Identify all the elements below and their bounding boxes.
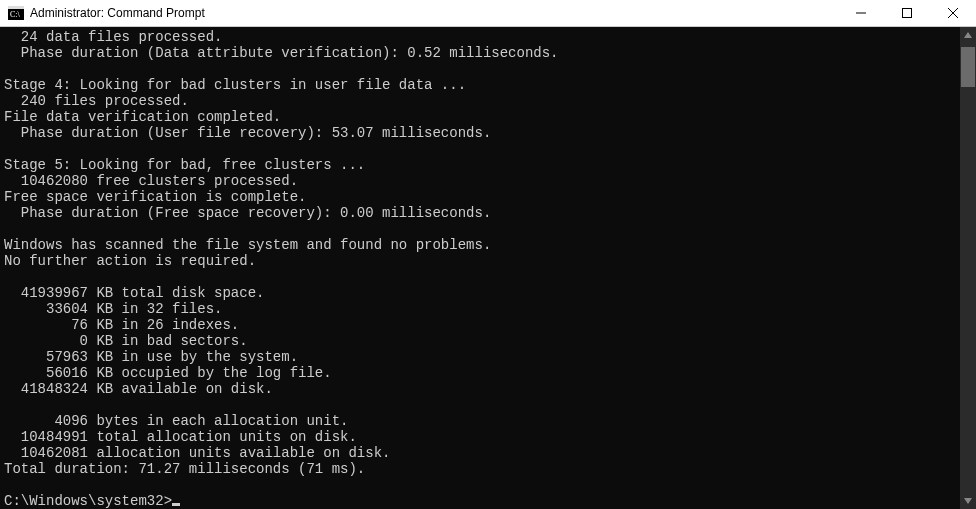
maximize-button[interactable] bbox=[884, 0, 930, 26]
output-line: Phase duration (User file recovery): 53.… bbox=[4, 125, 491, 141]
svg-text:C:\: C:\ bbox=[10, 10, 21, 19]
cmd-icon: C:\ bbox=[8, 5, 24, 21]
output-line: 41939967 KB total disk space. bbox=[4, 285, 264, 301]
window-controls bbox=[838, 0, 976, 26]
svg-marker-7 bbox=[964, 32, 972, 38]
terminal-output[interactable]: 24 data files processed. Phase duration … bbox=[0, 27, 960, 509]
svg-rect-1 bbox=[8, 6, 24, 9]
output-line: 10462080 free clusters processed. bbox=[4, 173, 298, 189]
output-line: Total duration: 71.27 milliseconds (71 m… bbox=[4, 461, 365, 477]
svg-rect-4 bbox=[903, 9, 912, 18]
output-line: 33604 KB in 32 files. bbox=[4, 301, 222, 317]
output-line: 24 data files processed. bbox=[4, 29, 222, 45]
scroll-down-arrow[interactable] bbox=[960, 493, 976, 509]
output-line: 41848324 KB available on disk. bbox=[4, 381, 273, 397]
scroll-up-arrow[interactable] bbox=[960, 27, 976, 43]
output-line: 240 files processed. bbox=[4, 93, 189, 109]
terminal-area: 24 data files processed. Phase duration … bbox=[0, 27, 976, 509]
output-line: Free space verification is complete. bbox=[4, 189, 306, 205]
output-line: 57963 KB in use by the system. bbox=[4, 349, 298, 365]
output-line: Stage 4: Looking for bad clusters in use… bbox=[4, 77, 466, 93]
output-line: 56016 KB occupied by the log file. bbox=[4, 365, 332, 381]
minimize-button[interactable] bbox=[838, 0, 884, 26]
close-button[interactable] bbox=[930, 0, 976, 26]
output-line: Stage 5: Looking for bad, free clusters … bbox=[4, 157, 365, 173]
vertical-scrollbar[interactable] bbox=[960, 27, 976, 509]
output-line: 4096 bytes in each allocation unit. bbox=[4, 413, 348, 429]
output-line: File data verification completed. bbox=[4, 109, 281, 125]
scroll-thumb[interactable] bbox=[961, 47, 975, 87]
output-line: 76 KB in 26 indexes. bbox=[4, 317, 239, 333]
window-titlebar: C:\ Administrator: Command Prompt bbox=[0, 0, 976, 27]
output-line: 0 KB in bad sectors. bbox=[4, 333, 248, 349]
output-line: Phase duration (Free space recovery): 0.… bbox=[4, 205, 491, 221]
output-line: Phase duration (Data attribute verificat… bbox=[4, 45, 559, 61]
svg-marker-8 bbox=[964, 498, 972, 504]
output-line: 10484991 total allocation units on disk. bbox=[4, 429, 357, 445]
output-line: 10462081 allocation units available on d… bbox=[4, 445, 390, 461]
window-title: Administrator: Command Prompt bbox=[30, 6, 838, 20]
output-line: No further action is required. bbox=[4, 253, 256, 269]
text-cursor bbox=[172, 503, 180, 506]
output-line: Windows has scanned the file system and … bbox=[4, 237, 491, 253]
command-prompt: C:\Windows\system32> bbox=[4, 493, 172, 509]
